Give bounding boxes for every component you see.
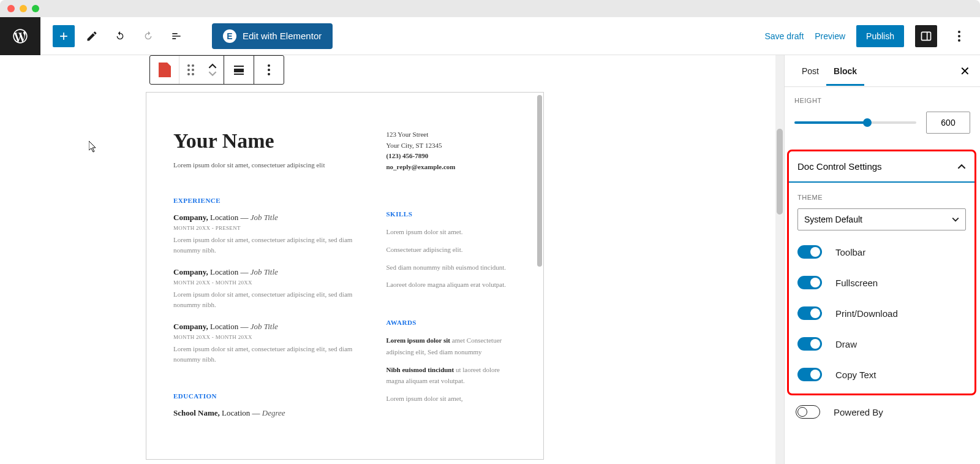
exp-date-2: MONTH 20XX - MONTH 20XX (173, 280, 356, 286)
edu-title: School Name, Location — Degree (173, 408, 356, 418)
move-arrows[interactable] (202, 56, 224, 84)
window-chrome (0, 0, 980, 17)
align-button[interactable] (224, 56, 254, 84)
canvas-scrollbar[interactable] (775, 55, 784, 464)
drag-handle[interactable] (179, 56, 202, 84)
pencil-icon (86, 30, 98, 42)
theme-value: System Default (804, 215, 862, 224)
elementor-icon: E (223, 29, 236, 43)
toggle-powered-label: Powered By (834, 407, 883, 417)
kebab-icon (958, 31, 960, 42)
toggle-toolbar[interactable] (797, 245, 822, 259)
document-icon (159, 63, 171, 77)
settings-sidebar: Post Block ✕ HEIGHT Doc Control Settings… (784, 55, 980, 464)
awards-text: Lorem ipsum dolor sit amet Consectetuer … (386, 335, 517, 404)
contact-email: no_reply@example.com (386, 162, 517, 173)
doc-scrollbar[interactable] (537, 95, 542, 267)
svg-rect-3 (234, 69, 244, 72)
doc-name: Your Name (173, 129, 356, 153)
svg-rect-0 (922, 32, 931, 40)
sidebar-icon (920, 30, 932, 42)
doc-tagline: Lorem ipsum dolor sit amet, consectetuer… (173, 161, 356, 169)
doc-control-panel: Doc Control Settings THEME System Defaul… (787, 150, 976, 395)
height-label: HEIGHT (794, 97, 970, 104)
theme-select[interactable]: System Default (797, 208, 966, 230)
block-toolbar (149, 55, 284, 85)
theme-label: THEME (797, 194, 966, 201)
settings-panel-toggle[interactable] (915, 25, 937, 47)
doc-control-title: Doc Control Settings (797, 161, 882, 172)
toggle-print[interactable] (797, 306, 822, 320)
exp-title-2: Company, Location — Job Title (173, 267, 356, 277)
exp-title-1: Company, Location — Job Title (173, 213, 356, 222)
contact-phone: (123) 456-7890 (386, 151, 517, 162)
chevron-up-icon (957, 164, 966, 170)
exp-desc-2: Lorem ipsum dolor sit amet, consectetuer… (173, 289, 356, 310)
mac-minimize-icon[interactable] (20, 5, 27, 12)
tab-post[interactable]: Post (794, 56, 826, 86)
redo-icon (142, 30, 154, 42)
height-slider[interactable] (794, 121, 916, 124)
tab-block[interactable]: Block (826, 56, 864, 86)
doc-control-header[interactable]: Doc Control Settings (789, 151, 974, 183)
outline-button[interactable] (165, 25, 187, 47)
toggle-fullscreen[interactable] (797, 276, 822, 289)
drag-icon (187, 64, 194, 75)
exp-desc-1: Lorem ipsum dolor sit amet, consectetuer… (173, 235, 356, 255)
toggle-powered[interactable] (796, 405, 820, 419)
experience-heading: EXPERIENCE (173, 197, 356, 204)
skills-heading: SKILLS (386, 210, 517, 218)
undo-icon (114, 30, 126, 42)
awards-heading: AWARDS (386, 319, 517, 326)
contact-street: 123 Your Street (386, 129, 517, 140)
preview-button[interactable]: Preview (815, 31, 845, 41)
mac-close-icon[interactable] (7, 5, 15, 12)
edit-tool-button[interactable] (81, 25, 103, 47)
elementor-label: Edit with Elementor (243, 31, 322, 41)
wordpress-icon (12, 28, 29, 45)
chevron-down-icon (208, 70, 217, 77)
toggle-copy[interactable] (797, 368, 822, 381)
toggle-draw[interactable] (797, 337, 822, 351)
exp-date-3: MONTH 20XX - MONTH 20XX (173, 334, 356, 340)
contact-block: 123 Your Street Your City, ST 12345 (123… (386, 129, 517, 172)
toggle-fullscreen-label: Fullscreen (835, 278, 878, 288)
block-more-button[interactable] (254, 56, 284, 84)
block-type-button[interactable] (150, 56, 179, 84)
edit-elementor-button[interactable]: E Edit with Elementor (212, 23, 333, 49)
toggle-draw-label: Draw (835, 339, 857, 349)
toggle-print-label: Print/Download (835, 308, 898, 319)
sidebar-tabs: Post Block ✕ (785, 55, 980, 87)
skills-text: Lorem ipsum dolor sit amet. Consectetuer… (386, 226, 517, 291)
wordpress-logo[interactable] (0, 17, 40, 55)
editor-canvas[interactable]: Your Name Lorem ipsum dolor sit amet, co… (0, 55, 784, 464)
more-options-button[interactable] (948, 25, 970, 47)
chevron-up-icon (208, 63, 217, 69)
toggle-copy-label: Copy Text (835, 370, 876, 380)
add-block-button[interactable]: + (53, 25, 75, 47)
cursor-icon (89, 141, 99, 153)
education-heading: EDUCATION (173, 392, 356, 400)
svg-rect-2 (234, 66, 244, 67)
redo-button[interactable] (137, 25, 159, 47)
list-icon (170, 30, 183, 42)
publish-button[interactable]: Publish (856, 25, 904, 47)
svg-rect-4 (234, 74, 244, 75)
save-draft-button[interactable]: Save draft (764, 31, 804, 41)
undo-button[interactable] (109, 25, 131, 47)
toggle-toolbar-label: Toolbar (835, 247, 865, 257)
exp-desc-3: Lorem ipsum dolor sit amet, consectetuer… (173, 344, 356, 364)
close-sidebar-button[interactable]: ✕ (960, 64, 970, 78)
chevron-down-icon (952, 217, 959, 222)
align-icon (233, 64, 245, 76)
kebab-icon (268, 64, 270, 75)
exp-title-3: Company, Location — Job Title (173, 322, 356, 332)
contact-city: Your City, ST 12345 (386, 140, 517, 151)
document-preview: Your Name Lorem ipsum dolor sit amet, co… (146, 92, 544, 460)
height-input[interactable] (926, 112, 970, 134)
mac-zoom-icon[interactable] (32, 5, 39, 12)
editor-topbar: + E Edit with Elementor Save draft Previ… (0, 17, 980, 55)
exp-date-1: MONTH 20XX - PRESENT (173, 225, 356, 231)
